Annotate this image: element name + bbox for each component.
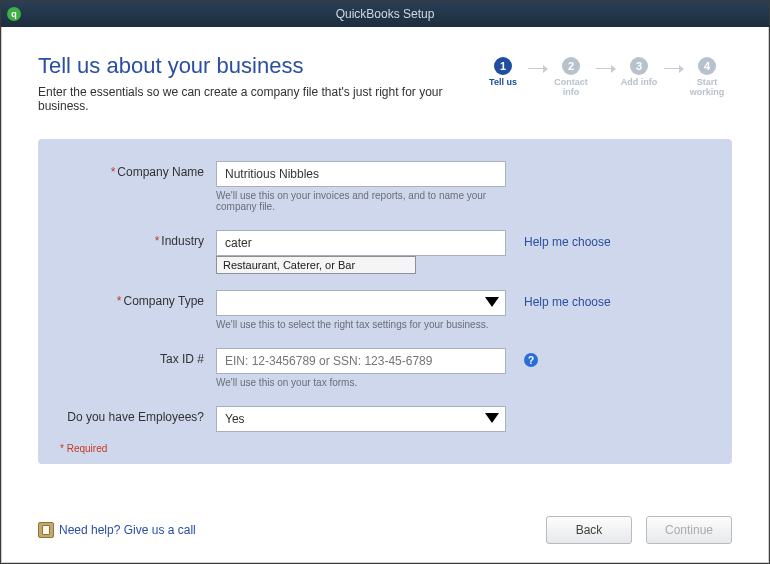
footer: Need help? Give us a call Back Continue bbox=[38, 516, 732, 544]
window-title: QuickBooks Setup bbox=[1, 7, 769, 21]
step-start-working: 4 Start working bbox=[682, 57, 732, 98]
industry-input[interactable] bbox=[216, 230, 506, 256]
company-type-select[interactable] bbox=[216, 290, 506, 316]
tax-id-input[interactable] bbox=[216, 348, 506, 374]
step-number-icon: 1 bbox=[494, 57, 512, 75]
employees-select[interactable]: Yes bbox=[216, 406, 506, 432]
company-type-label: *Company Type bbox=[66, 290, 216, 308]
content-area: Tell us about your business Enter the es… bbox=[1, 27, 769, 563]
tax-id-label: Tax ID # bbox=[66, 348, 216, 366]
step-contact-info: 2 Contact info bbox=[546, 57, 596, 98]
wizard-steps: 1 Tell us 2 Contact info 3 Add info 4 St… bbox=[478, 57, 732, 98]
step-number-icon: 2 bbox=[562, 57, 580, 75]
step-arrow-icon bbox=[528, 63, 546, 73]
step-arrow-icon bbox=[596, 63, 614, 73]
page-heading: Tell us about your business bbox=[38, 53, 478, 79]
continue-button: Continue bbox=[646, 516, 732, 544]
titlebar: q QuickBooks Setup bbox=[1, 1, 769, 27]
company-name-input[interactable] bbox=[216, 161, 506, 187]
industry-help-link[interactable]: Help me choose bbox=[524, 235, 611, 249]
chevron-down-icon bbox=[485, 413, 499, 423]
company-name-label: *Company Name bbox=[66, 161, 216, 179]
back-button[interactable]: Back bbox=[546, 516, 632, 544]
form-panel: *Company Name We'll use this on your inv… bbox=[38, 139, 732, 464]
tax-id-hint: We'll use this on your tax forms. bbox=[216, 377, 506, 388]
industry-autocomplete[interactable]: Restaurant, Caterer, or Bar bbox=[216, 256, 416, 274]
company-type-hint: We'll use this to select the right tax s… bbox=[216, 319, 506, 330]
step-add-info: 3 Add info bbox=[614, 57, 664, 88]
chevron-down-icon bbox=[485, 297, 499, 307]
industry-label: *Industry bbox=[66, 230, 216, 248]
step-number-icon: 3 bbox=[630, 57, 648, 75]
info-icon[interactable]: ? bbox=[524, 353, 538, 367]
step-tell-us: 1 Tell us bbox=[478, 57, 528, 88]
company-type-help-link[interactable]: Help me choose bbox=[524, 295, 611, 309]
industry-suggestion-item[interactable]: Restaurant, Caterer, or Bar bbox=[217, 257, 415, 273]
required-note: * Required bbox=[60, 443, 107, 454]
setup-window: q QuickBooks Setup Tell us about your bu… bbox=[0, 0, 770, 564]
step-arrow-icon bbox=[664, 63, 682, 73]
step-number-icon: 4 bbox=[698, 57, 716, 75]
need-help-link[interactable]: Need help? Give us a call bbox=[38, 522, 196, 538]
company-name-hint: We'll use this on your invoices and repo… bbox=[216, 190, 506, 212]
employees-label: Do you have Employees? bbox=[66, 406, 216, 424]
page-subtitle: Enter the essentials so we can create a … bbox=[38, 85, 478, 113]
phone-icon bbox=[38, 522, 54, 538]
